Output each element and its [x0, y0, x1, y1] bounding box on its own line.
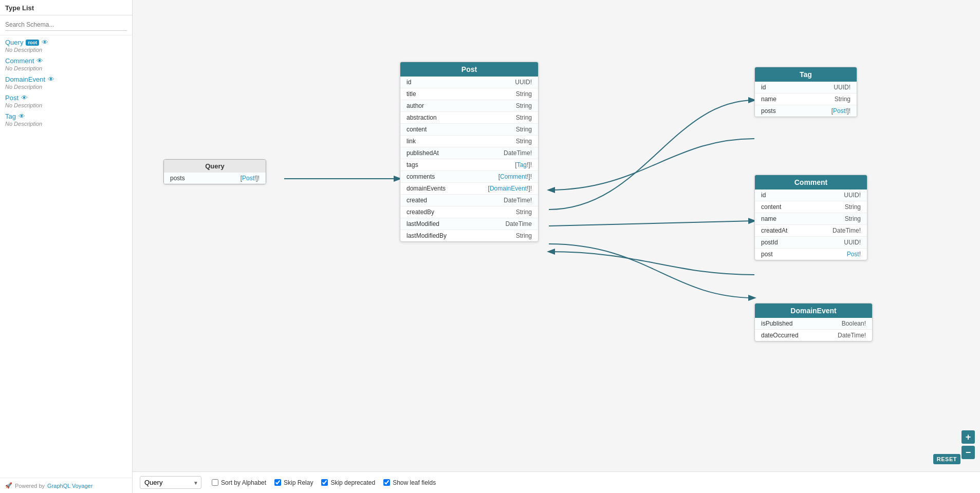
type-link[interactable]: Post — [833, 107, 845, 115]
node-row: posts[Post!]! — [755, 105, 857, 117]
field-type: String — [516, 232, 532, 239]
field-type: String — [845, 215, 861, 222]
field-type: DateTime! — [504, 197, 532, 204]
field-name: tags — [406, 161, 418, 168]
field-type: DateTime! — [833, 227, 861, 234]
sort-alpha-label[interactable]: Sort by Alphabet — [212, 479, 266, 486]
field-type: String — [516, 126, 532, 133]
eye-icon-post[interactable]: 👁 — [21, 94, 28, 102]
query-post-link[interactable]: Post — [242, 175, 254, 182]
sidebar-desc-comment: No Description — [5, 65, 127, 71]
sidebar-item-post: Post👁No Description — [0, 91, 132, 109]
node-row: contentString — [400, 124, 538, 136]
skip-deprecated-checkbox[interactable] — [321, 479, 328, 486]
field-name: content — [406, 126, 427, 133]
field-name: title — [406, 90, 416, 98]
search-box — [0, 15, 132, 35]
root-badge: root — [26, 40, 39, 46]
show-leaf-label[interactable]: Show leaf fields — [383, 479, 436, 486]
sidebar: Type List Queryroot👁No DescriptionCommen… — [0, 0, 133, 493]
sidebar-item-query: Queryroot👁No Description — [0, 35, 132, 54]
eye-icon-tag[interactable]: 👁 — [19, 112, 25, 120]
node-row: titleString — [400, 88, 538, 100]
field-type: DateTime! — [504, 149, 532, 157]
sidebar-item-domainevent: DomainEvent👁No Description — [0, 72, 132, 91]
node-row: createdByString — [400, 206, 538, 218]
field-type: String — [516, 138, 532, 145]
node-row: createdAtDateTime! — [755, 225, 867, 237]
sort-alpha-checkbox[interactable] — [212, 479, 218, 486]
node-row: lastModifiedDateTime — [400, 218, 538, 230]
node-row: dateOccurredDateTime! — [755, 330, 872, 341]
zoom-in-button[interactable]: + — [961, 430, 975, 444]
skip-relay-label[interactable]: Skip Relay — [274, 479, 313, 486]
field-name: link — [406, 138, 416, 145]
sidebar-desc-domainevent: No Description — [5, 84, 127, 90]
skip-deprecated-label[interactable]: Skip deprecated — [321, 479, 375, 486]
sidebar-desc-post: No Description — [5, 102, 127, 108]
eye-icon-query[interactable]: 👁 — [42, 39, 48, 46]
node-row: isPublishedBoolean! — [755, 318, 872, 330]
sidebar-link-domainevent[interactable]: DomainEvent — [5, 75, 45, 83]
show-leaf-checkbox[interactable] — [383, 479, 390, 486]
main-canvas: Query posts [Post!]! Post idUUID!titleSt… — [133, 0, 980, 493]
node-row: postIdUUID! — [755, 237, 867, 249]
voyager-icon: 🚀 — [5, 482, 12, 489]
skip-relay-checkbox[interactable] — [274, 479, 281, 486]
reset-button[interactable]: RESET — [933, 454, 960, 464]
node-row: contentString — [755, 201, 867, 213]
node-row: authorString — [400, 100, 538, 112]
sidebar-title: Type List — [0, 0, 132, 15]
field-name: lastModified — [406, 220, 439, 227]
post-node: Post idUUID!titleStringauthorStringabstr… — [400, 62, 539, 242]
field-name: domainEvents — [406, 185, 446, 192]
field-name: publishedAt — [406, 149, 439, 157]
tag-node-header: Tag — [755, 67, 857, 82]
node-row: idUUID! — [400, 77, 538, 88]
sidebar-desc-query: No Description — [5, 47, 127, 53]
query-select-wrap: Query Mutation Subscription ▼ — [140, 476, 201, 489]
query-node-row-posts: posts [Post!]! — [164, 173, 266, 184]
sidebar-desc-tag: No Description — [5, 121, 127, 127]
node-row: linkString — [400, 136, 538, 147]
sidebar-link-query[interactable]: Query — [5, 39, 23, 46]
footer-text: Powered by — [15, 483, 45, 489]
type-link[interactable]: Post — [847, 251, 859, 258]
post-node-header: Post — [400, 62, 538, 77]
field-type: UUID! — [834, 84, 850, 91]
field-type: Post! — [847, 251, 861, 258]
field-name: author — [406, 102, 424, 109]
field-type: String — [516, 208, 532, 216]
tag-node: Tag idUUID!nameStringposts[Post!]! — [754, 67, 857, 117]
footer-link[interactable]: GraphQL Voyager — [47, 483, 93, 489]
query-node: Query posts [Post!]! — [163, 159, 266, 184]
field-type: [Tag!]! — [515, 161, 532, 168]
sidebar-link-comment[interactable]: Comment — [5, 57, 34, 65]
field-name: isPublished — [761, 320, 792, 327]
field-name: id — [761, 192, 766, 199]
type-link[interactable]: DomainEvent — [490, 185, 527, 192]
field-name: createdAt — [761, 227, 787, 234]
field-type: Boolean! — [842, 320, 866, 327]
eye-icon-domainevent[interactable]: 👁 — [48, 75, 54, 83]
field-name: abstraction — [406, 114, 437, 121]
field-name: postId — [761, 239, 778, 246]
type-link[interactable]: Tag — [517, 161, 527, 168]
bottom-bar: Query Mutation Subscription ▼ Sort by Al… — [133, 471, 980, 493]
search-input[interactable] — [5, 20, 127, 31]
field-name: id — [761, 84, 766, 91]
field-name: content — [761, 203, 781, 211]
field-name: post — [761, 251, 773, 258]
node-row: nameString — [755, 93, 857, 105]
zoom-out-button[interactable]: − — [961, 446, 975, 459]
type-link[interactable]: Comment — [500, 173, 527, 180]
sidebar-items: Queryroot👁No DescriptionComment👁No Descr… — [0, 35, 132, 128]
eye-icon-comment[interactable]: 👁 — [36, 57, 43, 65]
sidebar-footer: 🚀 Powered by GraphQL Voyager — [0, 478, 132, 493]
node-row: idUUID! — [755, 82, 857, 93]
sidebar-link-tag[interactable]: Tag — [5, 112, 16, 120]
node-row: domainEvents[DomainEvent!]! — [400, 183, 538, 195]
field-type: String — [516, 90, 532, 98]
query-select[interactable]: Query Mutation Subscription — [140, 476, 201, 489]
sidebar-link-post[interactable]: Post — [5, 94, 19, 102]
